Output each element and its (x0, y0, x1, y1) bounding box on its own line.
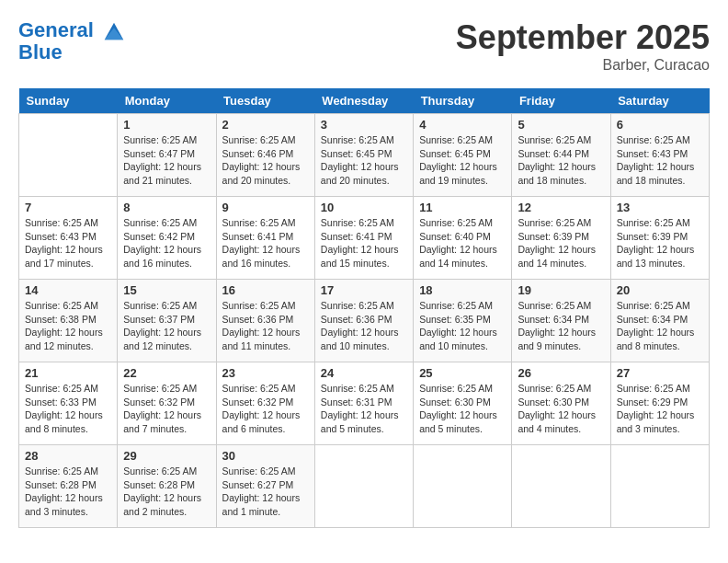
calendar-cell: 11Sunrise: 6:25 AM Sunset: 6:40 PM Dayli… (414, 197, 512, 280)
calendar-cell: 17Sunrise: 6:25 AM Sunset: 6:36 PM Dayli… (314, 280, 413, 362)
day-number: 14 (25, 283, 111, 297)
logo-icon (101, 18, 127, 44)
week-row-5: 28Sunrise: 6:25 AM Sunset: 6:28 PM Dayli… (19, 445, 710, 528)
calendar-cell: 4Sunrise: 6:25 AM Sunset: 6:45 PM Daylig… (414, 114, 512, 197)
day-number: 20 (617, 283, 703, 297)
day-number: 6 (617, 118, 703, 132)
calendar-cell: 6Sunrise: 6:25 AM Sunset: 6:43 PM Daylig… (610, 114, 709, 197)
day-number: 17 (321, 283, 407, 297)
calendar-cell: 9Sunrise: 6:25 AM Sunset: 6:41 PM Daylig… (216, 197, 314, 280)
day-number: 1 (123, 118, 210, 132)
day-info: Sunrise: 6:25 AM Sunset: 6:33 PM Dayligh… (25, 382, 111, 436)
day-number: 9 (222, 201, 309, 214)
day-number: 26 (518, 366, 604, 380)
day-number: 5 (518, 118, 604, 132)
week-row-3: 14Sunrise: 6:25 AM Sunset: 6:38 PM Dayli… (19, 280, 710, 362)
calendar-cell: 24Sunrise: 6:25 AM Sunset: 6:31 PM Dayli… (314, 362, 413, 445)
svg-marker-1 (105, 28, 124, 40)
weekday-header-wednesday: Wednesday (314, 88, 413, 114)
week-row-1: 1Sunrise: 6:25 AM Sunset: 6:47 PM Daylig… (19, 114, 710, 197)
day-info: Sunrise: 6:25 AM Sunset: 6:35 PM Dayligh… (419, 299, 506, 353)
calendar-cell (19, 114, 118, 197)
calendar-cell (512, 445, 610, 528)
day-info: Sunrise: 6:25 AM Sunset: 6:28 PM Dayligh… (123, 465, 210, 519)
weekday-header-tuesday: Tuesday (216, 88, 314, 114)
day-info: Sunrise: 6:25 AM Sunset: 6:42 PM Dayligh… (123, 216, 210, 270)
day-info: Sunrise: 6:25 AM Sunset: 6:44 PM Dayligh… (518, 133, 604, 188)
calendar-cell: 8Sunrise: 6:25 AM Sunset: 6:42 PM Daylig… (118, 197, 216, 280)
day-number: 28 (25, 449, 111, 463)
calendar-cell: 14Sunrise: 6:25 AM Sunset: 6:38 PM Dayli… (19, 280, 118, 362)
calendar-cell: 2Sunrise: 6:25 AM Sunset: 6:46 PM Daylig… (216, 114, 314, 197)
calendar-cell (314, 445, 413, 528)
day-info: Sunrise: 6:25 AM Sunset: 6:34 PM Dayligh… (518, 299, 604, 353)
calendar-cell (610, 445, 709, 528)
day-number: 19 (518, 283, 604, 297)
weekday-header-friday: Friday (512, 88, 610, 114)
day-number: 25 (419, 366, 506, 380)
day-info: Sunrise: 6:25 AM Sunset: 6:45 PM Dayligh… (321, 133, 407, 188)
day-number: 3 (321, 118, 407, 132)
day-info: Sunrise: 6:25 AM Sunset: 6:37 PM Dayligh… (123, 299, 210, 353)
title-block: September 2025 Barber, Curacao (456, 18, 710, 74)
calendar-cell: 28Sunrise: 6:25 AM Sunset: 6:28 PM Dayli… (19, 445, 118, 528)
logo-line1: General (18, 18, 94, 41)
calendar-cell: 19Sunrise: 6:25 AM Sunset: 6:34 PM Dayli… (512, 280, 610, 362)
calendar-cell: 22Sunrise: 6:25 AM Sunset: 6:32 PM Dayli… (118, 362, 216, 445)
calendar-cell: 15Sunrise: 6:25 AM Sunset: 6:37 PM Dayli… (118, 280, 216, 362)
day-number: 7 (25, 201, 111, 214)
day-info: Sunrise: 6:25 AM Sunset: 6:41 PM Dayligh… (321, 216, 407, 270)
weekday-header-monday: Monday (118, 88, 216, 114)
day-number: 27 (617, 366, 703, 380)
day-number: 18 (419, 283, 506, 297)
day-info: Sunrise: 6:25 AM Sunset: 6:29 PM Dayligh… (617, 382, 703, 436)
calendar-cell: 1Sunrise: 6:25 AM Sunset: 6:47 PM Daylig… (118, 114, 216, 197)
day-info: Sunrise: 6:25 AM Sunset: 6:38 PM Dayligh… (25, 299, 111, 353)
day-number: 16 (222, 283, 309, 297)
day-info: Sunrise: 6:25 AM Sunset: 6:46 PM Dayligh… (222, 133, 309, 188)
day-info: Sunrise: 6:25 AM Sunset: 6:31 PM Dayligh… (321, 382, 407, 436)
day-number: 13 (617, 201, 703, 214)
page-header: General Blue September 2025 Barber, Cura… (18, 18, 710, 74)
week-row-4: 21Sunrise: 6:25 AM Sunset: 6:33 PM Dayli… (19, 362, 710, 445)
day-number: 8 (123, 201, 210, 214)
week-row-2: 7Sunrise: 6:25 AM Sunset: 6:43 PM Daylig… (19, 197, 710, 280)
day-number: 23 (222, 366, 309, 380)
day-number: 22 (123, 366, 210, 380)
day-info: Sunrise: 6:25 AM Sunset: 6:36 PM Dayligh… (321, 299, 407, 353)
calendar-cell: 10Sunrise: 6:25 AM Sunset: 6:41 PM Dayli… (314, 197, 413, 280)
day-number: 4 (419, 118, 506, 132)
calendar-cell: 29Sunrise: 6:25 AM Sunset: 6:28 PM Dayli… (118, 445, 216, 528)
day-info: Sunrise: 6:25 AM Sunset: 6:30 PM Dayligh… (419, 382, 506, 436)
day-info: Sunrise: 6:25 AM Sunset: 6:27 PM Dayligh… (222, 465, 309, 519)
day-info: Sunrise: 6:25 AM Sunset: 6:39 PM Dayligh… (617, 216, 703, 270)
calendar-cell: 16Sunrise: 6:25 AM Sunset: 6:36 PM Dayli… (216, 280, 314, 362)
calendar-cell (414, 445, 512, 528)
day-info: Sunrise: 6:25 AM Sunset: 6:43 PM Dayligh… (25, 216, 111, 270)
weekday-header-sunday: Sunday (19, 88, 118, 114)
day-info: Sunrise: 6:25 AM Sunset: 6:45 PM Dayligh… (419, 133, 506, 188)
day-number: 2 (222, 118, 309, 132)
month-title: September 2025 (456, 18, 710, 57)
day-info: Sunrise: 6:25 AM Sunset: 6:32 PM Dayligh… (123, 382, 210, 436)
calendar-cell: 12Sunrise: 6:25 AM Sunset: 6:39 PM Dayli… (512, 197, 610, 280)
weekday-header-row: SundayMondayTuesdayWednesdayThursdayFrid… (19, 88, 710, 114)
weekday-header-saturday: Saturday (610, 88, 709, 114)
day-info: Sunrise: 6:25 AM Sunset: 6:40 PM Dayligh… (419, 216, 506, 270)
calendar-cell: 5Sunrise: 6:25 AM Sunset: 6:44 PM Daylig… (512, 114, 610, 197)
calendar-cell: 25Sunrise: 6:25 AM Sunset: 6:30 PM Dayli… (414, 362, 512, 445)
calendar-cell: 23Sunrise: 6:25 AM Sunset: 6:32 PM Dayli… (216, 362, 314, 445)
weekday-header-thursday: Thursday (414, 88, 512, 114)
day-info: Sunrise: 6:25 AM Sunset: 6:47 PM Dayligh… (123, 133, 210, 188)
day-number: 15 (123, 283, 210, 297)
day-info: Sunrise: 6:25 AM Sunset: 6:43 PM Dayligh… (617, 133, 703, 188)
calendar-table: SundayMondayTuesdayWednesdayThursdayFrid… (18, 88, 710, 528)
calendar-cell: 21Sunrise: 6:25 AM Sunset: 6:33 PM Dayli… (19, 362, 118, 445)
day-info: Sunrise: 6:25 AM Sunset: 6:32 PM Dayligh… (222, 382, 309, 436)
day-info: Sunrise: 6:25 AM Sunset: 6:28 PM Dayligh… (25, 465, 111, 519)
calendar-cell: 13Sunrise: 6:25 AM Sunset: 6:39 PM Dayli… (610, 197, 709, 280)
logo: General Blue (18, 18, 127, 64)
day-info: Sunrise: 6:25 AM Sunset: 6:30 PM Dayligh… (518, 382, 604, 436)
day-info: Sunrise: 6:25 AM Sunset: 6:41 PM Dayligh… (222, 216, 309, 270)
day-number: 30 (222, 449, 309, 463)
